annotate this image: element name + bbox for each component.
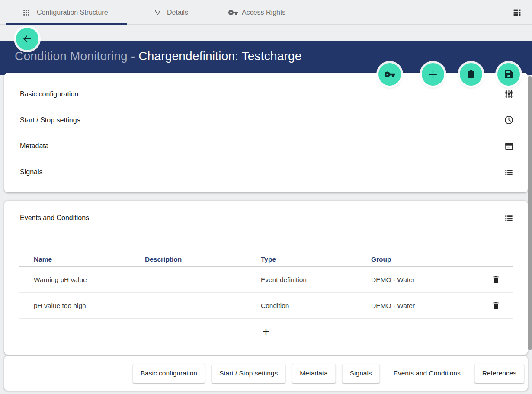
nav-signals[interactable]: Signals: [342, 364, 380, 383]
delete-button[interactable]: [460, 63, 482, 86]
cell-actions: [478, 297, 513, 314]
plus-icon: [427, 68, 439, 80]
cell-name: pH value too high: [19, 302, 130, 310]
table-row[interactable]: pH value too high Condition DEMO - Water: [19, 293, 513, 319]
vertical-scrollbar[interactable]: [528, 76, 532, 350]
tune-icon: [504, 89, 514, 99]
section-metadata[interactable]: Metadata: [4, 133, 528, 159]
top-tab-bar: Configuration Structure Details Access R…: [0, 0, 532, 25]
column-header-name: Name: [19, 256, 130, 263]
events-header[interactable]: Events and Conditions: [4, 201, 528, 235]
section-label: Start / Stop settings: [20, 116, 80, 124]
save-button[interactable]: [497, 63, 520, 86]
nav-start-stop-settings[interactable]: Start / Stop settings: [212, 364, 285, 383]
bottom-nav-bar: Basic configuration Start / Stop setting…: [4, 356, 528, 391]
section-basic-configuration[interactable]: Basic configuration: [4, 81, 528, 107]
cell-group: DEMO - Water: [356, 302, 478, 310]
page-title-prefix: Condition Monitoring -: [15, 49, 138, 63]
cell-type: Condition: [246, 302, 356, 310]
cell-group: DEMO - Water: [356, 276, 478, 284]
nav-basic-configuration[interactable]: Basic configuration: [133, 364, 205, 383]
events-card: Events and Conditions Name Description T…: [4, 201, 528, 355]
nav-references[interactable]: References: [474, 364, 524, 383]
clock-icon: [504, 115, 514, 125]
filter-icon: [154, 8, 162, 16]
tab-label: Details: [167, 9, 188, 16]
page-title: Condition Monitoring - Chargendefinition…: [15, 49, 302, 63]
column-header-group: Group: [356, 256, 478, 263]
table-row[interactable]: Warning pH value Event definition DEMO -…: [19, 267, 513, 293]
page-title-main: Chargendefinition: Testcharge: [138, 49, 301, 63]
events-table-header: Name Description Type Group: [19, 252, 513, 267]
section-signals[interactable]: Signals: [4, 159, 528, 185]
page-header: Condition Monitoring - Chargendefinition…: [0, 41, 532, 75]
events-title: Events and Conditions: [20, 214, 89, 222]
calendar-icon: [504, 141, 514, 151]
add-row: +: [19, 319, 513, 345]
cell-type: Event definition: [246, 276, 356, 284]
row-delete-button[interactable]: [487, 297, 504, 314]
events-table: Name Description Type Group Warning pH v…: [19, 252, 513, 345]
section-label: Metadata: [20, 142, 49, 150]
tab-label: Access Rights: [242, 9, 285, 16]
key-icon: [228, 7, 238, 18]
sections-card: Basic configuration Start / Stop setting…: [4, 73, 528, 192]
add-button[interactable]: [422, 63, 444, 86]
back-button[interactable]: [16, 28, 38, 50]
grid-icon: [22, 9, 30, 16]
cell-actions: [478, 271, 513, 288]
trash-icon: [466, 69, 476, 80]
list-icon: [504, 213, 514, 223]
tab-access-rights[interactable]: Access Rights: [221, 0, 295, 25]
list-icon: [504, 167, 514, 177]
column-header-type: Type: [246, 256, 356, 263]
save-icon: [503, 69, 514, 80]
section-start-stop-settings[interactable]: Start / Stop settings: [4, 107, 528, 133]
section-label: Basic configuration: [20, 90, 78, 98]
tab-configuration-structure[interactable]: Configuration Structure: [6, 0, 127, 25]
arrow-left-icon: [22, 33, 33, 45]
apps-grid-icon[interactable]: [512, 8, 522, 17]
cell-name: Warning pH value: [19, 276, 130, 284]
section-label: Signals: [20, 168, 42, 176]
nav-metadata[interactable]: Metadata: [292, 364, 336, 383]
nav-events-and-conditions[interactable]: Events and Conditions: [386, 364, 468, 383]
trash-icon: [491, 275, 500, 284]
tab-details[interactable]: Details: [147, 0, 203, 25]
access-rights-button[interactable]: [378, 63, 401, 86]
tab-label: Configuration Structure: [37, 9, 108, 16]
row-delete-button[interactable]: [487, 271, 504, 288]
column-header-description: Description: [130, 256, 246, 263]
add-row-button[interactable]: +: [256, 321, 276, 342]
key-icon: [384, 69, 395, 80]
trash-icon: [491, 301, 500, 310]
